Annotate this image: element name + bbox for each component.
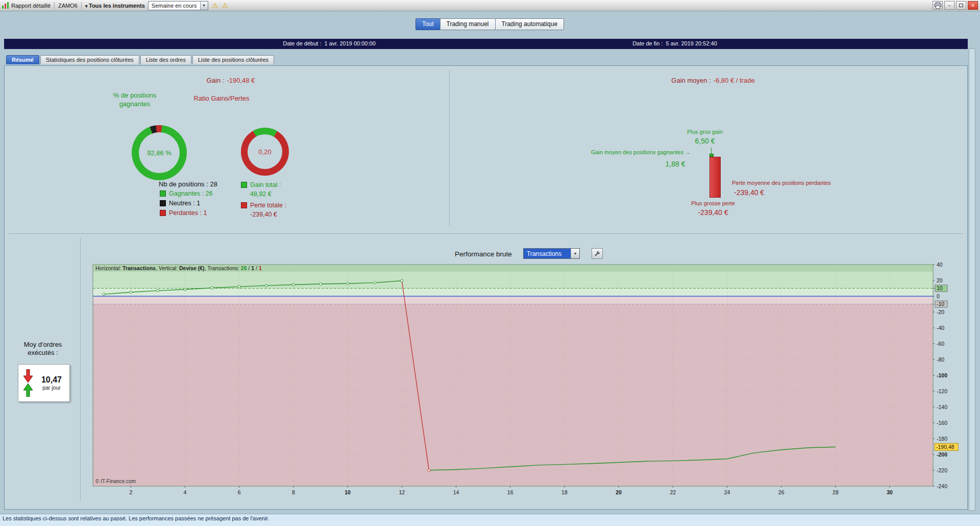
- date-end: Date de fin :5 avr. 2019 20:52:40: [632, 40, 717, 46]
- tab-liste-positions[interactable]: Liste des positions clôturées: [192, 55, 274, 64]
- legend-swatch-neutres: [160, 200, 166, 206]
- tab-resume[interactable]: Résumé: [6, 55, 39, 64]
- account-label[interactable]: ZAMO6: [58, 3, 78, 9]
- separator: [81, 2, 82, 9]
- legend-label-neutres: Neutres : 1: [169, 200, 200, 207]
- gain-value: -190,48 €: [227, 77, 255, 84]
- svg-text:30: 30: [887, 489, 893, 495]
- status-text: Les statistiques ci-dessus sont relative…: [3, 515, 269, 521]
- status-bar: Les statistiques ci-dessus sont relative…: [0, 514, 980, 526]
- svg-text:-190,48: -190,48: [936, 444, 954, 450]
- orders-numbers: 10,47 par jour: [36, 375, 67, 391]
- svg-text:-120: -120: [937, 388, 947, 394]
- tab-tout[interactable]: Tout: [415, 18, 440, 30]
- svg-text:© IT-Finance.com: © IT-Finance.com: [95, 479, 136, 484]
- winpct-donut-hole: 92,86 %: [139, 132, 180, 173]
- period-select[interactable]: Semaine en cours ▼: [148, 1, 208, 10]
- svg-text:-160: -160: [937, 420, 947, 426]
- orders-title: Moy d'ordres exécutés :: [15, 341, 71, 357]
- winpct-donut-chart: 92,86 %: [132, 125, 187, 180]
- window-titlebar: Rapport détaillé ZAMO6 ▾ Tous les instru…: [0, 0, 980, 11]
- svg-text:Horizontal: Transactions, Vert: Horizontal: Transactions, Vertical: Devi…: [95, 265, 262, 271]
- report-tabs: Résumé Statistiques des positions clôtur…: [6, 55, 275, 64]
- dropdown-arrow-icon[interactable]: ▼: [200, 2, 208, 10]
- svg-text:-200: -200: [937, 451, 947, 458]
- tab-liste-ordres[interactable]: Liste des ordres: [140, 55, 191, 64]
- performance-chart[interactable]: Horizontal: Transactions, Vertical: Devi…: [82, 262, 966, 502]
- tab-trading-automatique[interactable]: Trading automatique: [495, 18, 565, 30]
- svg-text:6: 6: [238, 489, 241, 495]
- gain-total-value: 48,92 €: [250, 190, 272, 198]
- legend-label-perdantes: Perdantes : 1: [169, 209, 207, 217]
- report-panel: Gain :-190,48 € % de positions gagnantes…: [4, 65, 968, 510]
- date-end-label: Date de fin :: [632, 40, 663, 46]
- gain-total-row: Gain total :: [241, 181, 281, 188]
- maximize-icon: [959, 4, 963, 7]
- period-select-value: Semaine en cours: [149, 2, 200, 10]
- tab-trading-manuel[interactable]: Trading manuel: [440, 18, 496, 30]
- svg-text:-20: -20: [937, 309, 944, 315]
- svg-text:-220: -220: [937, 467, 947, 473]
- orders-unit: par jour: [36, 385, 67, 391]
- biggest-gain-value: 6,50 €: [669, 137, 741, 145]
- ratio-donut-chart: 0,20: [241, 128, 289, 176]
- svg-text:16: 16: [507, 489, 513, 495]
- tab-statistiques[interactable]: Statistiques des positions clôturées: [40, 55, 139, 64]
- svg-text:28: 28: [832, 489, 839, 495]
- close-button[interactable]: ✕: [968, 1, 978, 10]
- svg-text:20: 20: [937, 277, 943, 283]
- arrow-up-icon: [23, 384, 33, 397]
- instrument-filter-label: Tous les instruments: [89, 3, 145, 9]
- svg-text:-10: -10: [937, 301, 944, 307]
- svg-text:2: 2: [129, 489, 132, 495]
- maximize-button[interactable]: [956, 1, 966, 10]
- avg-gain-summary: Gain moyen :-6,80 € / trade: [585, 77, 841, 84]
- gain-total-label: Gain total :: [250, 181, 281, 188]
- separator: [54, 2, 55, 9]
- dropdown-arrow-icon[interactable]: ▼: [571, 249, 579, 258]
- biggest-loss-value: -239,40 €: [672, 208, 754, 217]
- side-splitter[interactable]: [969, 49, 975, 511]
- performance-selector[interactable]: Transactions ▼: [523, 248, 580, 259]
- perte-totale-label: Perte totale :: [250, 202, 286, 209]
- date-bar: Date de début :1 avr. 2019 00:00:00 Date…: [4, 39, 968, 49]
- svg-text:40: 40: [937, 262, 943, 268]
- gain-total-swatch: [241, 182, 247, 188]
- report-title: Rapport détaillé: [11, 3, 51, 9]
- print-button[interactable]: [933, 1, 943, 10]
- wrench-icon: [594, 250, 601, 257]
- chart-gutter-divider: [80, 238, 81, 501]
- svg-text:14: 14: [453, 489, 459, 495]
- warning-icon[interactable]: ⚠: [212, 2, 218, 9]
- legend-label-gagnantes: Gagnantes : 26: [169, 190, 212, 197]
- gain-summary: Gain :-190,48 €: [149, 77, 312, 84]
- date-end-value: 5 avr. 2019 20:52:40: [666, 40, 717, 46]
- perte-totale-swatch: [241, 202, 247, 208]
- svg-text:0: 0: [937, 293, 940, 299]
- instrument-filter[interactable]: ▾ Tous les instruments: [85, 3, 145, 9]
- performance-label: Performance brute: [455, 250, 512, 258]
- chevron-down-icon: ▾: [85, 4, 89, 9]
- gain-label: Gain :: [207, 77, 225, 84]
- app-chart-icon: [2, 2, 9, 9]
- chart-settings-button[interactable]: [592, 248, 603, 259]
- svg-text:-140: -140: [937, 404, 947, 410]
- svg-text:26: 26: [778, 489, 785, 495]
- summary-divider: [449, 70, 450, 226]
- date-start-value: 1 avr. 2019 00:00:00: [324, 40, 375, 46]
- date-start: Date de début :1 avr. 2019 00:00:00: [283, 40, 376, 46]
- ratio-title: Ratio Gains/Pertes: [193, 94, 250, 103]
- ratio-value: 0,20: [258, 148, 271, 156]
- winpct-title: % de positions gagnantes: [113, 91, 157, 109]
- perte-totale-value: -239,40 €: [250, 211, 277, 218]
- svg-text:24: 24: [724, 489, 730, 495]
- printer-icon: [934, 2, 942, 9]
- warning-icon[interactable]: ⚠: [222, 2, 228, 9]
- svg-text:4: 4: [184, 489, 187, 495]
- avg-loss-label: Perte moyenne des positions perdantes: [732, 180, 831, 186]
- orders-box: 10,47 par jour: [18, 364, 70, 402]
- biggest-loss-label: Plus grosse perte: [672, 200, 754, 206]
- minimize-button[interactable]: –: [944, 1, 954, 10]
- winpct-value: 92,86 %: [147, 149, 172, 157]
- legend-swatch-perdantes: [160, 210, 166, 216]
